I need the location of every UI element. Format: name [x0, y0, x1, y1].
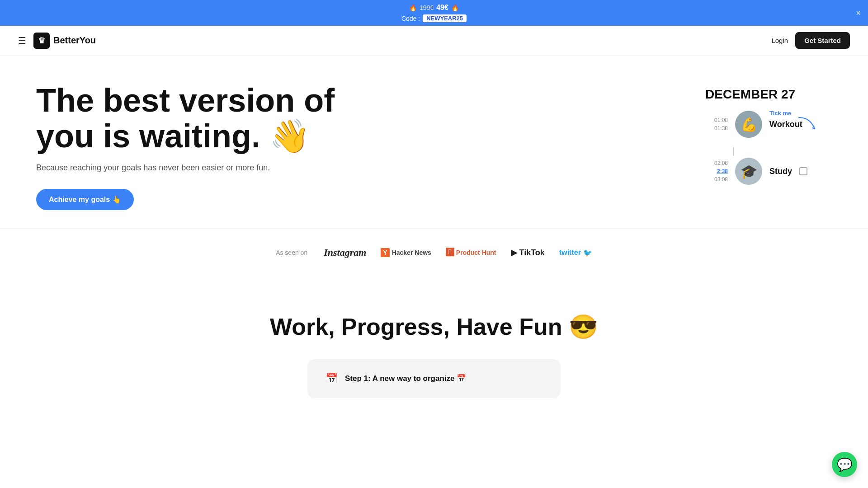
navbar: ☰ ♛ BetterYou Login Get Started: [0, 26, 868, 56]
banner-emoji-left: 🔥: [409, 4, 417, 11]
promo-banner: 🔥 199€ 49€ 🔥 Code : NEWYEAR25 ×: [0, 0, 868, 26]
banner-code-label: Code :: [401, 15, 420, 22]
brand-tiktok: ▶ TikTok: [511, 248, 545, 258]
banner-price-line: 🔥 199€ 49€ 🔥: [409, 4, 459, 12]
hero-section: The best version of you is waiting. 👋 Be…: [0, 56, 868, 228]
workout-time: 01:08 01:38: [710, 116, 728, 132]
study-emoji: 🎓: [741, 164, 757, 179]
banner-new-price: 49€: [436, 4, 448, 12]
study-avatar: 🎓: [735, 158, 762, 185]
tick-arrow-icon: [797, 115, 819, 133]
brand-twitter: twitter 🐦: [559, 249, 592, 257]
hero-subtitle: Because reaching your goals has never be…: [36, 163, 353, 173]
step1-text: Step 1: A new way to organize 📅: [345, 374, 466, 383]
logo-icon-box: ♛: [33, 33, 50, 49]
banner-code-value: NEWYEAR25: [423, 14, 467, 22]
logo-icon: ♛: [38, 36, 45, 46]
banner-code-line: Code : NEWYEAR25: [401, 14, 467, 22]
study-checkbox[interactable]: [799, 167, 807, 175]
tiktok-icon: ▶: [511, 248, 517, 258]
login-button[interactable]: Login: [771, 37, 788, 44]
timeline: 01:08 01:38 💪 Workout Tick me: [705, 111, 832, 185]
step1-card: 📅 Step 1: A new way to organize 📅: [307, 359, 561, 398]
hn-icon: Y: [381, 248, 389, 257]
banner-close-button[interactable]: ×: [856, 9, 861, 17]
banner-content: 🔥 199€ 49€ 🔥 Code : NEWYEAR25: [401, 4, 467, 22]
menu-icon[interactable]: ☰: [18, 35, 26, 46]
nav-right: Login Get Started: [771, 32, 850, 49]
workout-avatar: 💪: [735, 111, 762, 138]
as-seen-on-label: As seen on: [276, 249, 307, 256]
timeline-item-workout: 01:08 01:38 💪 Workout Tick me: [710, 111, 832, 138]
hero-left: The best version of you is waiting. 👋 Be…: [36, 83, 353, 210]
study-label: Study: [769, 167, 792, 176]
twitter-bird-icon: 🐦: [583, 249, 592, 257]
nav-left: ☰ ♛ BetterYou: [18, 33, 96, 49]
hero-calendar-widget: DECEMBER 27 01:08 01:38 💪 Workout Tick m…: [705, 83, 832, 194]
brand-producthunt: 🅿 Product Hunt: [446, 248, 496, 258]
step1-icon: 📅: [326, 373, 338, 385]
study-time: 02:08 2:38 03:08: [710, 159, 728, 183]
banner-old-price: 199€: [420, 4, 434, 11]
hero-title: The best version of you is waiting. 👋: [36, 83, 353, 154]
timeline-connector: [733, 147, 734, 156]
banner-emoji-right: 🔥: [451, 4, 459, 11]
brand-logos: Instagram Y Hacker News 🅿 Product Hunt ▶…: [324, 247, 592, 258]
brand-hackernews: Y Hacker News: [381, 248, 431, 257]
as-seen-on-section: As seen on Instagram Y Hacker News 🅿 Pro…: [0, 228, 868, 277]
calendar-date: DECEMBER 27: [705, 87, 832, 102]
brand-name: BetterYou: [53, 35, 96, 46]
get-started-button[interactable]: Get Started: [795, 32, 850, 49]
achieve-goals-button[interactable]: Achieve my goals 👆: [36, 189, 134, 210]
ph-icon: 🅿: [446, 248, 454, 258]
timeline-item-study: 02:08 2:38 03:08 🎓 Study: [710, 158, 832, 185]
section2: Work, Progress, Have Fun 😎 📅 Step 1: A n…: [0, 277, 868, 416]
brand-instagram: Instagram: [324, 247, 366, 258]
section2-title: Work, Progress, Have Fun 😎: [36, 313, 832, 341]
workout-emoji: 💪: [741, 117, 757, 132]
logo-link[interactable]: ♛ BetterYou: [33, 33, 96, 49]
